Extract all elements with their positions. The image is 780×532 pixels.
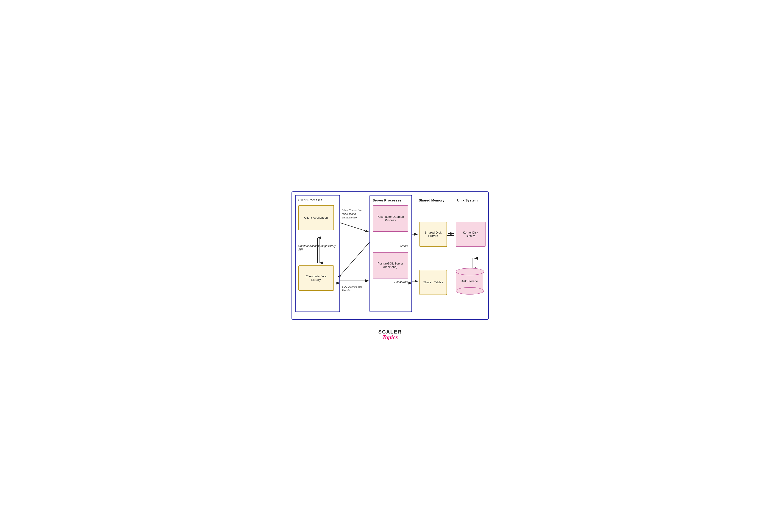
postgresql-server-text: PostgreSQL Server (back end) <box>375 262 406 269</box>
server-processes-label: Server Processes <box>373 198 409 202</box>
shared-tables-box: Shared Tables <box>420 270 447 295</box>
client-application-box: Client Application <box>298 205 334 230</box>
client-interface-library-box: Client Interface Library <box>298 265 334 290</box>
read-write-label: Read/Write <box>373 280 408 283</box>
shared-disk-buffers-text: Shared Disk Buffers <box>422 231 445 238</box>
comm-through-library-label: Communication through library API <box>298 244 337 252</box>
kernel-disk-buffers-text: Kernel Disk Buffers <box>458 231 483 238</box>
disk-storage-wrapper: Disk Storage <box>456 267 486 297</box>
postmaster-text: Postmaster Daemon Process <box>375 215 406 222</box>
client-processes-section: Client Processes Client Application Comm… <box>295 195 340 312</box>
postgresql-server-box: PostgreSQL Server (back end) <box>373 252 408 278</box>
sql-queries-label: SQL Queries and Results <box>342 285 367 292</box>
postmaster-box: Postmaster Daemon Process <box>373 205 408 232</box>
disk-storage-cylinder: Disk Storage <box>456 271 483 292</box>
client-processes-label: Client Processes <box>298 198 337 202</box>
shared-disk-buffers-box: Shared Disk Buffers <box>420 222 447 247</box>
diagram-wrapper: Client Processes Client Application Comm… <box>287 192 493 341</box>
kernel-disk-buffers-box: Kernel Disk Buffers <box>456 222 486 247</box>
shared-memory-label: Shared Memory <box>419 198 445 202</box>
client-application-text: Client Application <box>304 216 328 219</box>
disk-storage-text: Disk Storage <box>461 279 478 283</box>
initial-conn-arrow <box>340 223 369 232</box>
unix-system-label: Unix System <box>457 198 478 202</box>
logo-topics: Topics <box>378 334 402 341</box>
logo-area: SCALER Topics <box>378 329 402 341</box>
server-processes-section: Server Processes Postmaster Daemon Proce… <box>370 195 412 312</box>
create-label: Create <box>373 244 408 248</box>
initial-connection-label: Initial Connection request and authentic… <box>342 208 367 219</box>
main-diagram: Client Processes Client Application Comm… <box>292 192 489 320</box>
shared-tables-text: Shared Tables <box>423 280 443 284</box>
postmaster-to-client-lib <box>341 242 370 274</box>
client-interface-library-text: Client Interface Library <box>301 275 332 281</box>
